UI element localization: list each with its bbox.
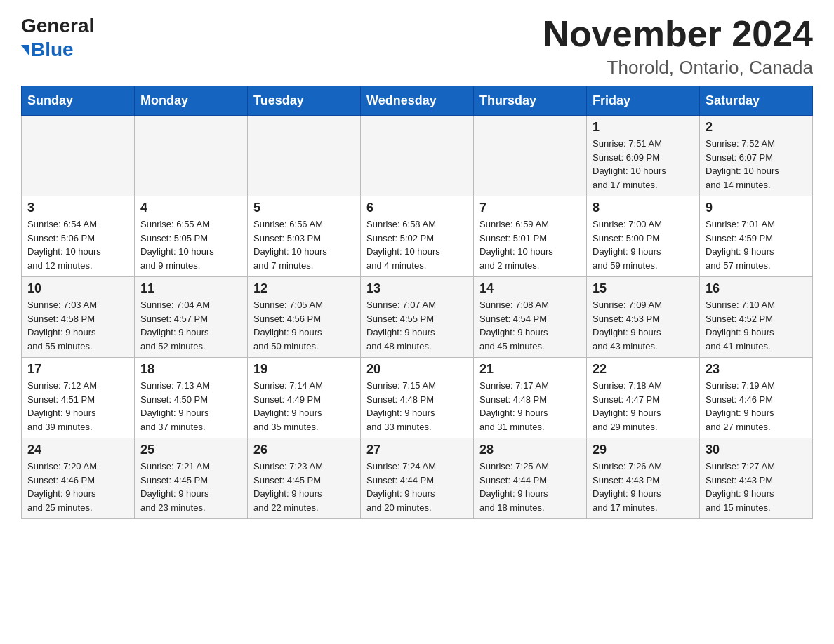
day-number: 19 (253, 362, 355, 377)
day-info: Sunrise: 7:26 AM Sunset: 4:43 PM Dayligh… (593, 459, 694, 514)
calendar-header-saturday: Saturday (700, 86, 813, 116)
calendar-week-row: 17Sunrise: 7:12 AM Sunset: 4:51 PM Dayli… (22, 358, 813, 438)
calendar-cell: 19Sunrise: 7:14 AM Sunset: 4:49 PM Dayli… (248, 358, 361, 438)
calendar-cell: 24Sunrise: 7:20 AM Sunset: 4:46 PM Dayli… (22, 438, 135, 519)
day-number: 20 (366, 362, 468, 377)
calendar-cell: 29Sunrise: 7:26 AM Sunset: 4:43 PM Dayli… (587, 438, 700, 519)
calendar-table: SundayMondayTuesdayWednesdayThursdayFrid… (21, 86, 813, 519)
calendar-cell: 28Sunrise: 7:25 AM Sunset: 4:44 PM Dayli… (474, 438, 587, 519)
day-info: Sunrise: 7:04 AM Sunset: 4:57 PM Dayligh… (140, 298, 241, 353)
calendar-cell: 26Sunrise: 7:23 AM Sunset: 4:45 PM Dayli… (248, 438, 361, 519)
calendar-week-row: 24Sunrise: 7:20 AM Sunset: 4:46 PM Dayli… (22, 438, 813, 519)
calendar-cell: 23Sunrise: 7:19 AM Sunset: 4:46 PM Dayli… (700, 358, 813, 438)
day-number: 21 (479, 362, 581, 377)
calendar-cell: 2Sunrise: 7:52 AM Sunset: 6:07 PM Daylig… (700, 116, 813, 196)
day-info: Sunrise: 7:01 AM Sunset: 4:59 PM Dayligh… (706, 217, 807, 272)
day-info: Sunrise: 6:58 AM Sunset: 5:02 PM Dayligh… (366, 217, 468, 272)
calendar-cell: 3Sunrise: 6:54 AM Sunset: 5:06 PM Daylig… (22, 196, 135, 277)
day-number: 4 (140, 201, 241, 215)
day-number: 2 (706, 120, 807, 135)
day-info: Sunrise: 7:20 AM Sunset: 4:46 PM Dayligh… (27, 459, 128, 514)
day-info: Sunrise: 7:00 AM Sunset: 5:00 PM Dayligh… (593, 217, 694, 272)
calendar-cell: 9Sunrise: 7:01 AM Sunset: 4:59 PM Daylig… (700, 196, 813, 277)
calendar-cell: 8Sunrise: 7:00 AM Sunset: 5:00 PM Daylig… (587, 196, 700, 277)
calendar-header-thursday: Thursday (474, 86, 587, 116)
calendar-header-sunday: Sunday (22, 86, 135, 116)
day-number: 28 (479, 443, 581, 457)
calendar-cell: 27Sunrise: 7:24 AM Sunset: 4:44 PM Dayli… (361, 438, 474, 519)
calendar-cell: 11Sunrise: 7:04 AM Sunset: 4:57 PM Dayli… (135, 277, 248, 358)
day-info: Sunrise: 7:07 AM Sunset: 4:55 PM Dayligh… (366, 298, 468, 353)
title-block: November 2024 Thorold, Ontario, Canada (543, 14, 813, 79)
day-info: Sunrise: 7:27 AM Sunset: 4:43 PM Dayligh… (706, 459, 807, 514)
day-info: Sunrise: 7:52 AM Sunset: 6:07 PM Dayligh… (706, 137, 807, 192)
calendar-header-monday: Monday (135, 86, 248, 116)
calendar-cell: 17Sunrise: 7:12 AM Sunset: 4:51 PM Dayli… (22, 358, 135, 438)
day-number: 1 (593, 120, 694, 135)
calendar-cell: 6Sunrise: 6:58 AM Sunset: 5:02 PM Daylig… (361, 196, 474, 277)
calendar-cell: 30Sunrise: 7:27 AM Sunset: 4:43 PM Dayli… (700, 438, 813, 519)
day-info: Sunrise: 7:08 AM Sunset: 4:54 PM Dayligh… (479, 298, 581, 353)
calendar-header-row: SundayMondayTuesdayWednesdayThursdayFrid… (22, 86, 813, 116)
day-info: Sunrise: 7:25 AM Sunset: 4:44 PM Dayligh… (479, 459, 581, 514)
day-number: 10 (27, 281, 128, 296)
calendar-cell: 22Sunrise: 7:18 AM Sunset: 4:47 PM Dayli… (587, 358, 700, 438)
calendar-cell: 14Sunrise: 7:08 AM Sunset: 4:54 PM Dayli… (474, 277, 587, 358)
day-number: 16 (706, 281, 807, 296)
calendar-cell: 21Sunrise: 7:17 AM Sunset: 4:48 PM Dayli… (474, 358, 587, 438)
day-number: 30 (706, 443, 807, 457)
logo-triangle-icon (21, 45, 29, 56)
day-info: Sunrise: 7:24 AM Sunset: 4:44 PM Dayligh… (366, 459, 468, 514)
day-info: Sunrise: 7:19 AM Sunset: 4:46 PM Dayligh… (706, 379, 807, 434)
day-info: Sunrise: 7:10 AM Sunset: 4:52 PM Dayligh… (706, 298, 807, 353)
day-info: Sunrise: 7:05 AM Sunset: 4:56 PM Dayligh… (253, 298, 355, 353)
calendar-cell (135, 116, 248, 196)
day-number: 29 (593, 443, 694, 457)
calendar-header-tuesday: Tuesday (248, 86, 361, 116)
calendar-week-row: 1Sunrise: 7:51 AM Sunset: 6:09 PM Daylig… (22, 116, 813, 196)
page-header: General Blue November 2024 Thorold, Onta… (21, 14, 813, 79)
day-info: Sunrise: 6:56 AM Sunset: 5:03 PM Dayligh… (253, 217, 355, 272)
month-title: November 2024 (543, 14, 813, 54)
calendar-cell: 25Sunrise: 7:21 AM Sunset: 4:45 PM Dayli… (135, 438, 248, 519)
calendar-header-wednesday: Wednesday (361, 86, 474, 116)
calendar-cell: 1Sunrise: 7:51 AM Sunset: 6:09 PM Daylig… (587, 116, 700, 196)
day-info: Sunrise: 7:13 AM Sunset: 4:50 PM Dayligh… (140, 379, 241, 434)
day-info: Sunrise: 7:09 AM Sunset: 4:53 PM Dayligh… (593, 298, 694, 353)
day-info: Sunrise: 7:17 AM Sunset: 4:48 PM Dayligh… (479, 379, 581, 434)
day-number: 15 (593, 281, 694, 296)
day-info: Sunrise: 6:59 AM Sunset: 5:01 PM Dayligh… (479, 217, 581, 272)
calendar-cell: 5Sunrise: 6:56 AM Sunset: 5:03 PM Daylig… (248, 196, 361, 277)
day-number: 26 (253, 443, 355, 457)
calendar-cell: 16Sunrise: 7:10 AM Sunset: 4:52 PM Dayli… (700, 277, 813, 358)
day-number: 18 (140, 362, 241, 377)
day-info: Sunrise: 7:15 AM Sunset: 4:48 PM Dayligh… (366, 379, 468, 434)
calendar-cell: 15Sunrise: 7:09 AM Sunset: 4:53 PM Dayli… (587, 277, 700, 358)
day-number: 23 (706, 362, 807, 377)
day-number: 17 (27, 362, 128, 377)
day-info: Sunrise: 6:55 AM Sunset: 5:05 PM Dayligh… (140, 217, 241, 272)
calendar-cell (361, 116, 474, 196)
day-info: Sunrise: 7:18 AM Sunset: 4:47 PM Dayligh… (593, 379, 694, 434)
day-info: Sunrise: 7:03 AM Sunset: 4:58 PM Dayligh… (27, 298, 128, 353)
day-number: 7 (479, 201, 581, 215)
logo-general: General (21, 14, 94, 38)
day-number: 11 (140, 281, 241, 296)
day-number: 9 (706, 201, 807, 215)
calendar-week-row: 3Sunrise: 6:54 AM Sunset: 5:06 PM Daylig… (22, 196, 813, 277)
day-number: 8 (593, 201, 694, 215)
day-number: 12 (253, 281, 355, 296)
calendar-cell: 12Sunrise: 7:05 AM Sunset: 4:56 PM Dayli… (248, 277, 361, 358)
location-title: Thorold, Ontario, Canada (543, 57, 813, 79)
calendar-cell: 7Sunrise: 6:59 AM Sunset: 5:01 PM Daylig… (474, 196, 587, 277)
day-number: 3 (27, 201, 128, 215)
day-number: 6 (366, 201, 468, 215)
calendar-cell (474, 116, 587, 196)
day-number: 13 (366, 281, 468, 296)
day-number: 5 (253, 201, 355, 215)
day-number: 22 (593, 362, 694, 377)
day-info: Sunrise: 7:12 AM Sunset: 4:51 PM Dayligh… (27, 379, 128, 434)
logo: General Blue (21, 14, 94, 61)
calendar-cell (248, 116, 361, 196)
day-number: 27 (366, 443, 468, 457)
